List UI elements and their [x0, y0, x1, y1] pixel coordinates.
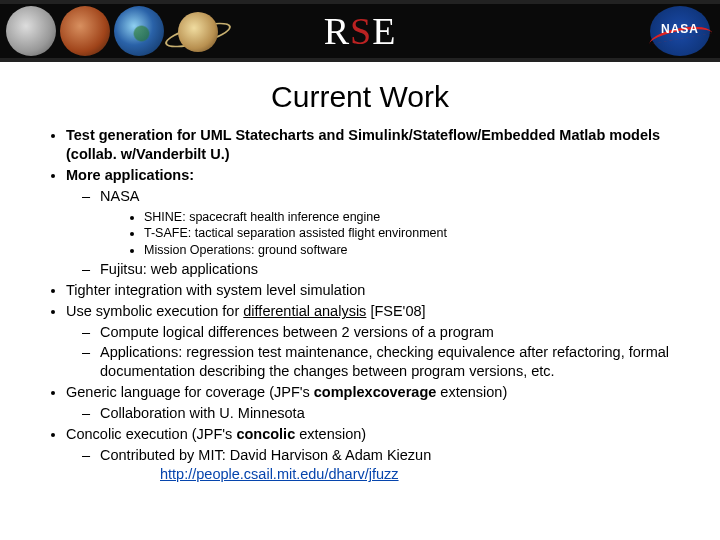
bullet-more-applications: More applications: NASA SHINE: spacecraf…	[66, 166, 694, 279]
rse-s: S	[350, 9, 372, 53]
banner-stripe-bottom	[0, 58, 720, 62]
header-banner: RSE NASA	[0, 0, 720, 62]
moon-icon	[6, 6, 56, 56]
subbullet-nasa: NASA SHINE: spacecraft health inference …	[100, 187, 694, 258]
rse-e: E	[372, 9, 396, 53]
subsub-mission-ops: Mission Operations: ground software	[144, 242, 694, 259]
subbullet-minnesota: Collaboration with U. Minnesota	[100, 404, 694, 423]
subsub-tsafe: T-SAFE: tactical separation assisted fli…	[144, 225, 694, 242]
saturn-icon	[168, 4, 228, 58]
concolic-term: concolic	[236, 426, 295, 442]
subsub-shine: SHINE: spacecraft health inference engin…	[144, 209, 694, 226]
complexcoverage-term: complexcoverage	[314, 384, 437, 400]
subbullet-fujitsu: Fujitsu: web applications	[100, 260, 694, 279]
slide: RSE NASA Current Work Test generation fo…	[0, 0, 720, 540]
mars-icon	[60, 6, 110, 56]
nasa-logo: NASA	[650, 6, 710, 56]
slide-content: Test generation for UML Statecharts and …	[0, 126, 720, 484]
jfuzz-link[interactable]: http://people.csail.mit.edu/dharv/jfuzz	[160, 466, 399, 482]
bullet-concolic: Concolic execution (JPF's concolic exten…	[66, 425, 694, 484]
bullet-symbolic-execution: Use symbolic execution for differential …	[66, 302, 694, 381]
slide-title: Current Work	[0, 80, 720, 114]
subbullet-compute-diff: Compute logical differences between 2 ve…	[100, 323, 694, 342]
subbullet-mit: Contributed by MIT: David Harvison & Ada…	[100, 446, 694, 484]
bullet-generic-language: Generic language for coverage (JPF's com…	[66, 383, 694, 423]
bullet-tighter-integration: Tighter integration with system level si…	[66, 281, 694, 300]
earth-icon	[114, 6, 164, 56]
subbullet-applications: Applications: regression test maintenanc…	[100, 343, 694, 381]
nasa-text: NASA	[650, 22, 710, 36]
planet-row	[6, 4, 228, 58]
rse-logo: RSE	[324, 9, 397, 53]
rse-r: R	[324, 9, 350, 53]
bullet-test-generation: Test generation for UML Statecharts and …	[66, 126, 694, 164]
differential-analysis-term: differential analysis	[243, 303, 366, 319]
